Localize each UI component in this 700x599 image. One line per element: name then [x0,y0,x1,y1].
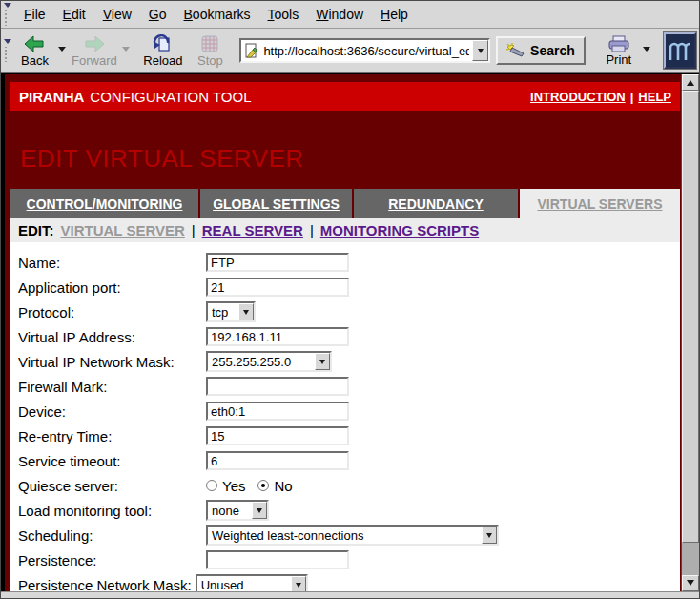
url-dropdown-icon[interactable] [472,40,488,61]
piranha-title-bar: PIRANHA CONFIGURATION TOOL INTRODUCTION … [10,82,680,111]
scroll-down-button[interactable] [682,575,699,591]
field-label: Persistence Network Mask: [18,577,192,592]
field-label: Device: [18,403,206,420]
form-row-persistence: Persistence: [18,547,680,572]
subnav-prefix: EDIT: [18,222,54,238]
field-label: Firewall Mark: [18,379,206,395]
service-timeout-field[interactable] [206,451,349,470]
quiesce-radio-group: Yes No [206,478,300,494]
scroll-up-button[interactable] [682,74,699,91]
reload-button[interactable]: Reload [141,30,184,72]
brand-subtitle: CONFIGURATION TOOL [90,89,251,105]
tab-virtual-servers[interactable]: VIRTUAL SERVERS [520,189,680,218]
firewall-mark-field[interactable] [206,377,349,396]
print-dropdown-icon[interactable] [643,47,650,55]
virtual-ip-netmask-select[interactable]: 255.255.255.0 [206,351,332,372]
menu-help[interactable]: Help [372,7,417,22]
field-label: Service timeout: [18,453,206,469]
subnav-monitoring-scripts-link[interactable]: MONITORING SCRIPTS [320,222,479,238]
print-button[interactable]: Print [599,30,639,72]
menu-go[interactable]: Go [140,7,175,22]
quiesce-no-radio[interactable] [257,480,269,491]
menu-window[interactable]: Window [307,7,372,22]
edit-subnav: EDIT: VIRTUAL SERVER | REAL SERVER | MON… [10,218,680,242]
header-links: INTRODUCTION | HELP [530,90,671,104]
help-link[interactable]: HELP [638,90,671,104]
field-label: Quiesce server: [18,478,206,494]
arrow-down-icon [687,580,694,589]
mozilla-logo-button[interactable] [664,32,696,69]
arrow-up-icon [687,76,694,86]
scheduling-select[interactable]: Weighted least-connections [206,525,499,546]
reentry-time-field[interactable] [206,426,349,445]
name-field[interactable] [206,253,349,272]
quiesce-yes-radio[interactable] [206,480,217,491]
introduction-link[interactable]: INTRODUCTION [530,90,626,104]
chevron-down-icon[interactable] [252,502,267,519]
mozilla-m-icon [668,38,692,63]
form-row-virtual-ip-mask: Virtual IP Network Mask: 255.255.255.0 [18,349,680,374]
browser-viewport: PIRANHA CONFIGURATION TOOL INTRODUCTION … [1,73,699,591]
menu-view[interactable]: View [94,7,140,22]
protocol-select[interactable]: tcp [206,301,256,322]
virtual-server-form: Name: Application port: Protocol: tcp Vi… [10,242,680,591]
form-row-name: Name: [18,250,680,275]
menu-bookmarks[interactable]: Bookmarks [175,7,259,22]
menu-file[interactable]: File [15,7,54,22]
form-row-quiesce-server: Quiesce server: Yes No [18,473,680,498]
tab-global-settings[interactable]: GLOBAL SETTINGS [200,189,352,218]
back-button[interactable]: Back [14,30,54,72]
persistence-netmask-select[interactable]: Unused [196,574,308,591]
url-bar [239,38,490,63]
back-arrow-icon [24,34,45,53]
persistence-field[interactable] [206,550,349,569]
chevron-down-icon[interactable] [291,576,306,591]
load-monitoring-select[interactable]: none [206,500,269,521]
forward-dropdown-icon[interactable] [122,47,130,55]
form-row-firewall-mark: Firewall Mark: [18,374,680,399]
form-row-scheduling: Scheduling: Weighted least-connections [18,523,680,547]
field-label: Persistence: [18,552,206,568]
field-label: Virtual IP Network Mask: [18,354,206,370]
menu-tools[interactable]: Tools [259,7,308,22]
menu-bar: File Edit View Go Bookmarks Tools Window… [1,1,699,29]
toolbar-grip-icon[interactable] [3,3,12,26]
field-label: Application port: [18,279,206,296]
field-label: Re-entry Time: [18,428,206,444]
vertical-scrollbar [681,74,699,591]
field-label: Load monitoring tool: [18,503,206,519]
url-input[interactable] [260,44,472,58]
toolbar-grip-icon[interactable] [3,39,11,62]
tab-bar: CONTROL/MONITORING GLOBAL SETTINGS REDUN… [10,189,680,218]
chevron-down-icon[interactable] [238,303,254,320]
form-row-virtual-ip: Virtual IP Address: [18,324,680,349]
page-bookmark-icon [243,43,258,58]
subnav-real-server-link[interactable]: REAL SERVER [202,222,303,238]
chevron-down-icon[interactable] [315,353,330,370]
field-label: Virtual IP Address: [18,329,206,345]
field-label: Protocol: [18,304,206,320]
virtual-ip-field[interactable] [206,327,349,346]
search-button[interactable]: Search [496,36,586,65]
device-field[interactable] [206,402,349,421]
scrollbar-thumb[interactable] [682,91,699,543]
page-title: EDIT VIRTUAL SERVER [10,111,680,189]
field-label: Scheduling: [18,527,206,544]
chevron-down-icon[interactable] [482,527,497,544]
form-row-persistence-mask: Persistence Network Mask: Unused [18,572,680,591]
search-flashlight-icon [506,43,525,58]
tab-redundancy[interactable]: REDUNDANCY [354,189,518,218]
menu-edit[interactable]: Edit [54,7,94,22]
form-row-protocol: Protocol: tcp [18,300,680,324]
form-row-application-port: Application port: [18,275,680,300]
scrollbar-track[interactable] [682,543,699,575]
form-row-device: Device: [18,399,680,423]
back-dropdown-icon[interactable] [58,47,66,55]
print-icon [607,35,630,52]
forward-button[interactable]: Forward [70,30,118,72]
tab-control-monitoring[interactable]: CONTROL/MONITORING [10,189,198,218]
form-row-load-monitoring: Load monitoring tool: none [18,498,680,523]
form-row-service-timeout: Service timeout: [18,448,680,473]
application-port-field[interactable] [206,278,349,297]
stop-button[interactable]: Stop [190,30,230,72]
